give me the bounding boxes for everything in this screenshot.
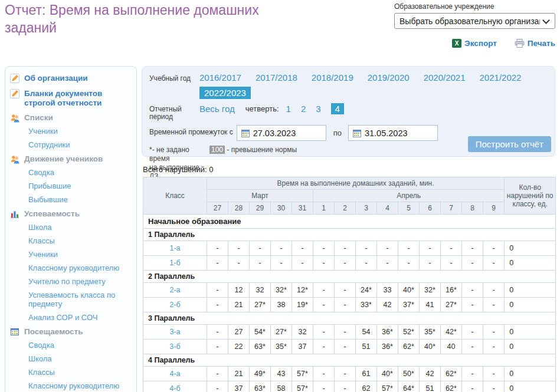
sidebar-section-header: Движение учеников bbox=[10, 154, 133, 164]
sidebar-item[interactable]: Классы bbox=[28, 236, 133, 245]
homework-time-cell: - bbox=[228, 241, 250, 256]
class-link[interactable]: 1-а bbox=[143, 241, 207, 256]
homework-time-cell: 41 bbox=[420, 298, 441, 312]
sidebar-item[interactable]: Ученики bbox=[28, 250, 133, 259]
sidebar-item[interactable]: Школа bbox=[28, 223, 133, 232]
org-select-label: Образовательное учреждение bbox=[394, 2, 555, 11]
homework-time-cell: 43 bbox=[271, 367, 292, 381]
class-link[interactable]: 3-б bbox=[143, 340, 207, 354]
pencil-icon bbox=[10, 89, 20, 99]
homework-time-cell: 42 bbox=[420, 367, 441, 381]
class-link[interactable]: 2-б bbox=[143, 298, 207, 312]
export-button[interactable]: Экспорт bbox=[452, 39, 497, 48]
homework-time-cell: 37 bbox=[228, 381, 250, 392]
violations-cell: 0 bbox=[505, 298, 556, 312]
homework-time-cell: 64* bbox=[398, 381, 420, 392]
year-link[interactable]: 2020/2021 bbox=[424, 73, 466, 83]
class-link[interactable]: 4-а bbox=[143, 367, 207, 381]
sidebar-item[interactable]: Успеваемость класса по предмету bbox=[28, 291, 133, 308]
quarter-link[interactable]: 2 bbox=[301, 104, 306, 114]
class-link[interactable]: 1-б bbox=[143, 256, 207, 271]
sidebar-item[interactable]: Прибывшие bbox=[28, 182, 133, 190]
day-header: 5 bbox=[398, 202, 420, 215]
homework-time-cell: - bbox=[420, 241, 441, 256]
class-link[interactable]: 3-а bbox=[143, 325, 207, 340]
sidebar-item[interactable]: Анализ СОР и СОЧ bbox=[28, 313, 133, 322]
parallel-row: 1 Параллель bbox=[143, 229, 556, 241]
sidebar-group-label[interactable]: Об организации bbox=[24, 74, 88, 83]
export-label: Экспорт bbox=[464, 39, 497, 48]
homework-time-cell: - bbox=[441, 241, 462, 256]
quarter-link[interactable]: 1 bbox=[286, 104, 291, 114]
quarter-link[interactable]: 3 bbox=[316, 104, 320, 114]
class-link[interactable]: 2-а bbox=[143, 283, 207, 298]
homework-time-cell: 62* bbox=[441, 367, 462, 381]
homework-time-cell: - bbox=[483, 298, 505, 312]
quarter-selected[interactable]: 4 bbox=[331, 103, 344, 114]
homework-time-cell: - bbox=[356, 256, 377, 271]
homework-time-cell: - bbox=[483, 256, 505, 271]
sidebar-group-label: Движение учеников bbox=[24, 154, 103, 164]
homework-time-cell: 40* bbox=[398, 283, 420, 298]
sidebar-link-group[interactable]: Бланки документов строгой отчетности bbox=[10, 89, 133, 108]
violations-cell: 0 bbox=[505, 367, 556, 381]
sidebar-item[interactable]: Выбывшие bbox=[28, 195, 133, 204]
sidebar-item[interactable]: Классному руководителю bbox=[28, 263, 133, 272]
day-header: 28 bbox=[228, 202, 250, 215]
sidebar-link-group[interactable]: Об организации bbox=[10, 74, 133, 84]
whole-year-link[interactable]: Весь год bbox=[199, 104, 235, 114]
sidebar-item[interactable]: Классному руководителю bbox=[28, 381, 133, 390]
sidebar-item[interactable]: Классы bbox=[28, 368, 133, 377]
chevron-down-icon bbox=[542, 17, 550, 24]
table-row: 2-б-2127*3819*--33*4237*4127*--0 bbox=[143, 298, 556, 312]
sidebar-item[interactable]: Школа bbox=[28, 354, 133, 363]
year-link[interactable]: 2016/2017 bbox=[199, 73, 241, 83]
print-label: Печать bbox=[528, 39, 555, 48]
table-row: 4-б-3763*5857*--6257*64*5162*--0 bbox=[143, 381, 556, 392]
year-link[interactable]: 2021/2022 bbox=[480, 73, 522, 83]
day-header: 1 bbox=[313, 202, 335, 215]
sidebar-item[interactable]: Сводка bbox=[28, 341, 133, 350]
sidebar-group-label[interactable]: Бланки документов строгой отчетности bbox=[24, 89, 133, 108]
org-select-block: Образовательное учреждение Выбрать образ… bbox=[394, 2, 555, 29]
org-select[interactable]: Выбрать образовательную организацию bbox=[394, 13, 555, 29]
excel-icon bbox=[452, 39, 461, 48]
homework-time-cell: - bbox=[250, 241, 271, 256]
homework-time-cell: 63* bbox=[250, 340, 271, 354]
org-select-value: Выбрать образовательную организацию bbox=[399, 17, 540, 26]
year-link[interactable]: 2018/2019 bbox=[312, 73, 353, 83]
year-link[interactable]: 2019/2020 bbox=[368, 73, 410, 83]
homework-time-cell: - bbox=[313, 340, 335, 354]
period-links: Весь год четверть: 123 4 bbox=[199, 103, 344, 114]
column-header-class: Класс bbox=[143, 177, 207, 215]
homework-time-cell: - bbox=[462, 381, 483, 392]
day-header: 27 bbox=[207, 202, 228, 215]
print-button[interactable]: Печать bbox=[515, 39, 555, 48]
homework-time-cell: - bbox=[313, 283, 335, 298]
sidebar-item[interactable]: Сотрудники bbox=[28, 140, 133, 149]
homework-time-cell: - bbox=[398, 241, 420, 256]
date-from-input[interactable]: 27.03.2023 bbox=[237, 125, 326, 141]
homework-time-cell: - bbox=[207, 256, 228, 271]
homework-time-cell: - bbox=[398, 256, 420, 271]
homework-time-cell: 22 bbox=[228, 340, 250, 354]
build-report-button[interactable]: Построить отчёт bbox=[468, 136, 551, 152]
homework-time-cell: - bbox=[228, 256, 250, 271]
sidebar-item[interactable]: Ученики bbox=[28, 127, 133, 136]
date-to-input[interactable]: 31.05.2023 bbox=[348, 125, 438, 141]
sidebar-item[interactable]: Учителю по предмету bbox=[28, 277, 133, 286]
sidebar-item[interactable]: Сводка bbox=[28, 168, 133, 177]
quarter-label: четверть: bbox=[245, 104, 279, 113]
table-row: 1-б--------------0 bbox=[143, 256, 556, 271]
year-link[interactable]: 2017/2018 bbox=[256, 73, 297, 83]
homework-time-cell: - bbox=[462, 256, 483, 271]
over-norm-badge: 100 bbox=[209, 146, 225, 154]
violations-cell: 0 bbox=[505, 241, 556, 256]
homework-time-cell: - bbox=[207, 367, 228, 381]
homework-time-cell: - bbox=[483, 241, 505, 256]
homework-time-cell: - bbox=[313, 367, 335, 381]
year-selected[interactable]: 2022/2023 bbox=[199, 87, 251, 99]
class-link[interactable]: 4-б bbox=[143, 381, 207, 392]
homework-time-cell: 32* bbox=[271, 283, 292, 298]
day-header: 7 bbox=[441, 202, 462, 215]
